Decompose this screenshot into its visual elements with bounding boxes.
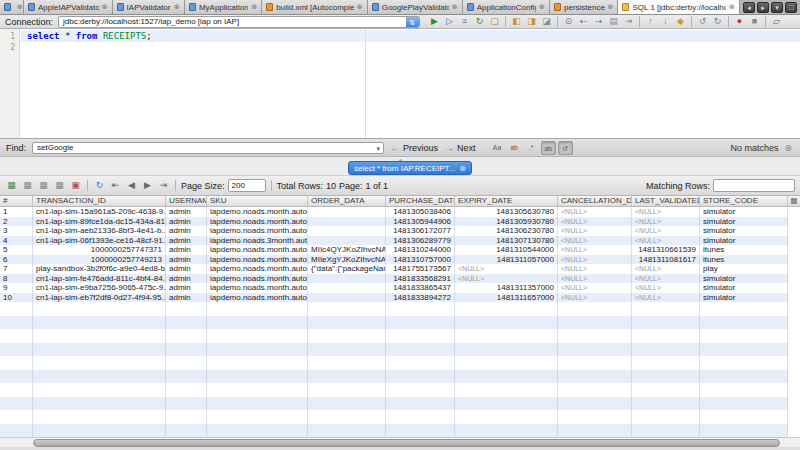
cell[interactable]: iapdemo.noads.month.auto	[207, 255, 308, 265]
cell[interactable]: itunes	[700, 245, 788, 255]
forward-icon[interactable]: ⇢	[592, 15, 605, 28]
tab-close-icon[interactable]: ⊗	[251, 3, 257, 11]
table-row[interactable]: 2cn1-iap-sim-89fce1da-dc15-434a-81...adm…	[0, 217, 788, 227]
commit-record-icon[interactable]: ▦	[37, 179, 50, 192]
tab-applicationconfig-java[interactable]: ApplicationConfig.java⊗	[463, 0, 550, 14]
result-tab[interactable]: select * from IAP.RECEIPT... ⊗	[348, 161, 472, 175]
cell[interactable]: simulator	[700, 274, 788, 284]
insert-record-icon[interactable]: ▦	[5, 179, 18, 192]
cell[interactable]: cn1-iap-sim-e9ba7256-9065-475c-9...	[33, 283, 166, 293]
cell[interactable]: iapdemo.noads.month.auto	[207, 226, 308, 236]
column-header-last-validated[interactable]: LAST_VALIDATED	[632, 196, 700, 206]
tab-tor[interactable]: ...tor⊗	[0, 0, 24, 14]
maximize-window-button[interactable]: □	[785, 2, 797, 13]
cell[interactable]	[308, 217, 386, 227]
cell[interactable]: admin	[166, 283, 207, 293]
cell[interactable]: <NULL>	[558, 283, 632, 293]
cell[interactable]: <NULL>	[558, 226, 632, 236]
history-dropdown-icon[interactable]: ◪	[540, 15, 553, 28]
tab-appleiapvalidator-java[interactable]: AppleIAPValidator.java⊗	[24, 0, 113, 14]
cell[interactable]: simulator	[700, 236, 788, 246]
table-row[interactable]: 9cn1-iap-sim-e9ba7256-9065-475c-9...admi…	[0, 283, 788, 293]
stop-macro-icon[interactable]: ■	[748, 15, 761, 28]
first-page-icon[interactable]: ⇤	[109, 179, 122, 192]
cell[interactable]: 1481306230780	[455, 226, 558, 236]
cell[interactable]: 5	[0, 245, 33, 255]
cell[interactable]: <NULL>	[632, 207, 700, 217]
cell[interactable]: itunes	[700, 255, 788, 265]
run-statement-icon[interactable]: ▷	[443, 15, 456, 28]
cell[interactable]: <NULL>	[558, 293, 632, 303]
tab-close-icon[interactable]: ⊗	[729, 3, 735, 11]
open-file-icon[interactable]: ◧	[510, 15, 523, 28]
cell[interactable]: cn1-iap-sim-aeb21336-8bf3-4e41-b...	[33, 226, 166, 236]
cell[interactable]: simulator	[700, 293, 788, 303]
cell[interactable]: <NULL>	[632, 293, 700, 303]
next-page-icon[interactable]: ▶	[141, 179, 154, 192]
cell[interactable]: admin	[166, 236, 207, 246]
undo-icon[interactable]: ↺	[696, 15, 709, 28]
cell[interactable]: 8	[0, 274, 33, 284]
column-header-transaction-id[interactable]: TRANSACTION_ID	[33, 196, 166, 206]
find-combobox[interactable]: setGoogle ▾	[32, 142, 384, 154]
cell[interactable]: 1000000257747371	[33, 245, 166, 255]
cell[interactable]: 1481310544000	[455, 245, 558, 255]
tab-close-icon[interactable]: ⊗	[452, 3, 458, 11]
cell[interactable]: 1481305930780	[455, 217, 558, 227]
cell[interactable]: 1481833568291	[386, 274, 455, 284]
tab-myapplication-java[interactable]: MyApplication.java⊗	[185, 0, 262, 14]
cell[interactable]: 7	[0, 264, 33, 274]
cell[interactable]	[308, 293, 386, 303]
cell[interactable]: <NULL>	[632, 264, 700, 274]
cell[interactable]: 1000000257749213	[33, 255, 166, 265]
cell[interactable]: 1481305630780	[455, 207, 558, 217]
tab-close-icon[interactable]: ⊗	[17, 3, 23, 11]
export-icon[interactable]: ⇥	[622, 15, 635, 28]
redo-icon[interactable]: ↻	[711, 15, 724, 28]
cell[interactable]: <NULL>	[558, 255, 632, 265]
cell[interactable]: iapdemo.noads.month.auto	[207, 274, 308, 284]
sql-history-icon[interactable]: ≡	[458, 15, 471, 28]
cell[interactable]: 4	[0, 236, 33, 246]
cell[interactable]: admin	[166, 255, 207, 265]
cell[interactable]: 1481305038406	[386, 207, 455, 217]
find-close-icon[interactable]: ⊗	[784, 143, 792, 153]
toggle-bookmark-icon[interactable]: ◆	[674, 15, 687, 28]
column-header-cancellation-date[interactable]: CANCELLATION_DATE	[558, 196, 632, 206]
cell[interactable]: 1481307130780	[455, 236, 558, 246]
cell[interactable]: admin	[166, 226, 207, 236]
cell[interactable]: <NULL>	[455, 274, 558, 284]
highlight-results-toggle[interactable]: ab	[541, 141, 556, 155]
cell[interactable]: 1481305944906	[386, 217, 455, 227]
result-tab-close-icon[interactable]: ⊗	[459, 164, 466, 173]
horizontal-scrollbar-thumb[interactable]	[33, 439, 780, 447]
horizontal-scrollbar[interactable]	[0, 437, 800, 447]
table-row[interactable]: 51000000257747371adminiapdemo.noads.mont…	[0, 245, 788, 255]
cell[interactable]: simulator	[700, 226, 788, 236]
scroll-tabs-left-button[interactable]: ◂	[743, 2, 755, 13]
matching-rows-input[interactable]	[713, 179, 795, 192]
find-dropdown-icon[interactable]: ▾	[377, 143, 381, 154]
cell[interactable]: 3	[0, 226, 33, 236]
find-icon[interactable]: ⊙	[562, 15, 575, 28]
last-page-icon[interactable]: ⇥	[157, 179, 170, 192]
run-sql-icon[interactable]: ▶	[428, 15, 441, 28]
new-file-icon[interactable]: ▢	[488, 15, 501, 28]
connection-combobox[interactable]: jdbc:derby://localhost:1527/iap_demo [ia…	[58, 16, 420, 28]
table-row[interactable]: 3cn1-iap-sim-aeb21336-8bf3-4e41-b...admi…	[0, 226, 788, 236]
column-header--[interactable]: #	[0, 196, 33, 206]
cell[interactable]	[308, 207, 386, 217]
cell[interactable]: iapdemo.noads.month.auto	[207, 245, 308, 255]
opened-documents-list-button[interactable]: ▾	[771, 2, 783, 13]
cell[interactable]: cn1-iap-sim-fe476add-811c-4bf4-84...	[33, 274, 166, 284]
cell[interactable]: <NULL>	[558, 245, 632, 255]
cell[interactable]: 1481833894272	[386, 293, 455, 303]
sql-editor[interactable]: 1 2 select * from RECEIPTS;	[0, 29, 800, 138]
cell[interactable]: simulator	[700, 207, 788, 217]
cell[interactable]: 1	[0, 207, 33, 217]
cell[interactable]: 2	[0, 217, 33, 227]
cell[interactable]: 1481310661539	[632, 245, 700, 255]
delete-record-icon[interactable]: ▦	[21, 179, 34, 192]
cell[interactable]: cn1-iap-sim-06f1393e-ce16-48cf-91...	[33, 236, 166, 246]
cell[interactable]: 6	[0, 255, 33, 265]
